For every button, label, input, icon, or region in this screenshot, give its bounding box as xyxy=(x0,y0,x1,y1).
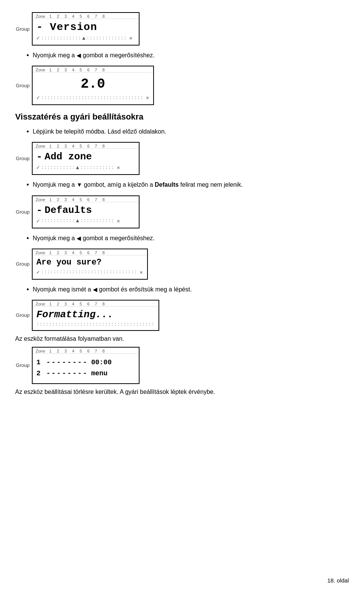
lcd-row2-formatting: :::::::::::::::::::::::::::::::::::::: xyxy=(36,322,155,327)
group-label-7: Group xyxy=(15,362,30,368)
dots-left-1: ::::::::::::: xyxy=(41,36,82,41)
cross-icon-5: ✕ xyxy=(140,269,143,275)
zone-numbers-2: 1 2 3 4 5 6 7 8 xyxy=(47,68,107,72)
dots-left-4: ::::::::::: xyxy=(41,218,75,224)
bullet-text-5: Nyomjuk meg ismét a ◀ gombot és erősítsü… xyxy=(33,285,191,294)
dots-right-4: ::::::::::: xyxy=(80,218,115,224)
check-icon-5: ✓ xyxy=(36,269,40,276)
zone-label-text-4: Zone xyxy=(36,197,45,202)
display-2-0-block: Group Zone 1 2 3 4 5 6 7 8 2.0 ✓ :::::::… xyxy=(15,66,349,105)
cross-icon-2: ✕ xyxy=(146,94,149,101)
bullet-text-1: Nyomjuk meg a ◀ gombot a megerősítéshez. xyxy=(33,51,154,60)
lcd-row2-2-0: ✓ ::::::::::::::::::::::::::::::::: ✕ xyxy=(36,94,149,101)
row-val-2: menu xyxy=(91,368,107,379)
zone-label-text-5: Zone xyxy=(36,250,45,255)
group-label-2: Group xyxy=(15,83,30,88)
lcd-row1-2-0: 2.0 xyxy=(36,75,149,93)
down-arrow-icon-3: ▼ xyxy=(77,181,82,188)
lcd-row2-are-you-sure: ✓ ::::::::::::::::::::::::::::::: ✕ xyxy=(36,269,143,276)
zone-numbers-3: 1 2 3 4 5 6 7 8 xyxy=(47,144,107,148)
defaults-bold: Defaults xyxy=(155,181,179,188)
lcd-display-7: Zone 1 2 3 4 5 6 7 8 1 -------- 00:00 xyxy=(32,347,140,384)
bullet-dot-3: • xyxy=(27,180,29,190)
section-title-visszateres: Visszatérés a gyári beállításokra xyxy=(15,112,349,122)
zone-numbers-7: 1 2 3 4 5 6 7 8 xyxy=(47,349,107,353)
dots-2: ::::::::::::::::::::::::::::::::: xyxy=(41,95,144,101)
minus-add-zone: - xyxy=(36,151,42,162)
lcd-display-5: Zone 1 2 3 4 5 6 7 8 Are you sure? ✓ :::… xyxy=(32,249,148,280)
group-label-3: Group xyxy=(15,156,30,161)
zone-label-text-1: Zone xyxy=(36,14,45,19)
zone-header-4: Zone 1 2 3 4 5 6 7 8 xyxy=(33,196,139,202)
lcd-table-row-1: 1 -------- 00:00 xyxy=(36,357,135,368)
group-label-6: Group xyxy=(15,312,30,318)
zone-label-text-7: Zone xyxy=(36,349,45,353)
left-arrow-icon-5: ◀ xyxy=(93,286,97,293)
add-zone-text: Add zone xyxy=(45,151,92,162)
lcd-display-4: Zone 1 2 3 4 5 6 7 8 - Defaults ✓ ::::::… xyxy=(32,195,140,228)
group-label-1: Group xyxy=(15,26,30,32)
bullet-item-4: • Nyomjuk meg a ◀ gombot a megerősítéshe… xyxy=(27,234,349,243)
defaults-text: Defaults xyxy=(45,205,92,216)
bullet-item-1: • Nyomjuk meg a ◀ gombot a megerősítéshe… xyxy=(27,51,349,60)
bullet-item-2: • Lépjünk be telepítő módba. Lásd előző … xyxy=(27,127,349,137)
bullet-text-4: Nyomjuk meg a ◀ gombot a megerősítéshez. xyxy=(33,234,154,243)
bullet-item-5: • Nyomjuk meg ismét a ◀ gombot és erősít… xyxy=(27,285,349,294)
zone-header-6: Zone 1 2 3 4 5 6 7 8 xyxy=(33,301,158,307)
up-arrow-3: ▲ xyxy=(76,165,79,171)
row-num-1: 1 xyxy=(36,357,43,368)
lcd-content-4: - Defaults ✓ ::::::::::: ▲ ::::::::::: ✕ xyxy=(33,202,139,228)
bullet-dot-2: • xyxy=(27,127,29,137)
lcd-row1-version: - Version xyxy=(36,21,135,33)
row-dashes-2: -------- xyxy=(46,368,88,379)
zone-label-text-3: Zone xyxy=(36,144,45,148)
caption-formatting: Az eszköz formatálása folyamatban van. xyxy=(15,335,349,342)
bullet-text-3: Nyomjuk meg a ▼ gombot, amíg a kijelzőn … xyxy=(33,180,243,189)
lcd-row1-defaults: - Defaults xyxy=(36,205,135,216)
lcd-row2-add-zone: ✓ ::::::::::: ▲ ::::::::::: ✕ xyxy=(36,164,135,171)
left-arrow-icon-1: ◀ xyxy=(77,52,81,58)
lcd-row1-formatting: Formatting... xyxy=(36,309,155,320)
bullet-dot-1: • xyxy=(27,51,29,60)
bullet-dot-4: • xyxy=(27,234,29,243)
display-add-zone-block: Group Zone 1 2 3 4 5 6 7 8 - Add zone ✓ … xyxy=(15,142,349,175)
bullet-item-3: • Nyomjuk meg a ▼ gombot, amíg a kijelző… xyxy=(27,180,349,190)
lcd-table-7: 1 -------- 00:00 2 -------- menu xyxy=(36,356,135,380)
dots-right-3: ::::::::::: xyxy=(80,165,115,170)
display-table-block: Group Zone 1 2 3 4 5 6 7 8 1 -------- 00… xyxy=(15,347,349,384)
lcd-content-7: 1 -------- 00:00 2 -------- menu xyxy=(33,354,139,383)
bullet-dot-5: • xyxy=(27,285,29,294)
cross-icon-3: ✕ xyxy=(117,164,120,171)
group-label-4: Group xyxy=(15,209,30,215)
zone-header-5: Zone 1 2 3 4 5 6 7 8 xyxy=(33,249,147,255)
display-formatting-block: Group Zone 1 2 3 4 5 6 7 8 Formatting...… xyxy=(15,300,349,331)
minus-version: - Version xyxy=(36,21,97,33)
zone-label-text-2: Zone xyxy=(36,68,45,72)
row-val-1: 00:00 xyxy=(91,357,111,368)
lcd-display-2: Zone 1 2 3 4 5 6 7 8 2.0 ✓ :::::::::::::… xyxy=(32,66,154,105)
lcd-row1-add-zone: - Add zone xyxy=(36,151,135,162)
check-icon-1: ✓ xyxy=(36,35,40,42)
check-icon-3: ✓ xyxy=(36,164,40,171)
page-number: 18. oldal xyxy=(327,577,349,584)
lcd-content-3: - Add zone ✓ ::::::::::: ▲ ::::::::::: ✕ xyxy=(33,149,139,174)
up-arrow-4: ▲ xyxy=(76,218,79,224)
lcd-content-1: - Version ✓ ::::::::::::: ▲ ::::::::::::… xyxy=(33,19,139,45)
zone-header-2: Zone 1 2 3 4 5 6 7 8 xyxy=(33,66,153,72)
lcd-display-6: Zone 1 2 3 4 5 6 7 8 Formatting... :::::… xyxy=(32,300,159,331)
lcd-content-2: 2.0 ✓ ::::::::::::::::::::::::::::::::: … xyxy=(33,72,153,104)
caption-table: Az eszköz beállításai törlésre kerültek.… xyxy=(15,389,349,395)
dots-left-3: ::::::::::: xyxy=(41,165,75,170)
zone-numbers-4: 1 2 3 4 5 6 7 8 xyxy=(47,197,107,202)
minus-defaults: - xyxy=(36,205,42,216)
bullet-text-2: Lépjünk be telepítő módba. Lásd előző ol… xyxy=(33,127,166,136)
dots-5: ::::::::::::::::::::::::::::::: xyxy=(41,269,137,275)
lcd-content-6: Formatting... ::::::::::::::::::::::::::… xyxy=(33,307,158,330)
lcd-row1-are-you-sure: Are you sure? xyxy=(36,258,143,267)
zone-header-1: Zone 1 2 3 4 5 6 7 8 xyxy=(33,13,139,19)
zone-header-3: Zone 1 2 3 4 5 6 7 8 xyxy=(33,143,139,149)
zone-label-text-6: Zone xyxy=(36,302,45,306)
dots-right-1: ::::::::::::: xyxy=(86,36,127,41)
zone-numbers-5: 1 2 3 4 5 6 7 8 xyxy=(47,250,107,255)
group-label-5: Group xyxy=(15,261,30,267)
